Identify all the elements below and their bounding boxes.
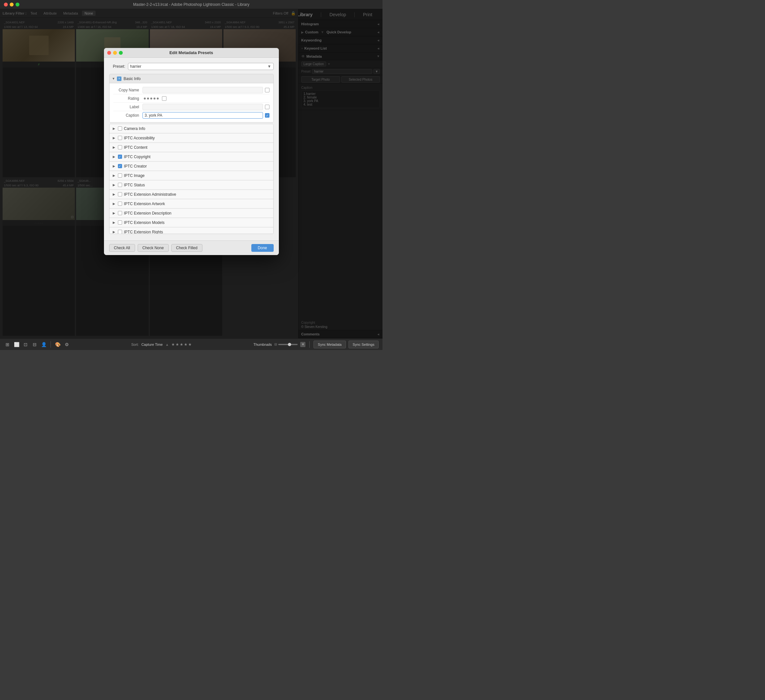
grid-view-btn[interactable]: ⊞ xyxy=(4,341,11,348)
iptc-accessibility-expand-icon: ▶ xyxy=(113,136,116,140)
rating-dot-1 xyxy=(144,98,146,99)
iptc-status-header[interactable]: ▶ IPTC Status xyxy=(109,181,273,189)
iptc-ext-desc-checkbox[interactable] xyxy=(118,211,122,215)
sync-settings-btn[interactable]: Sync Settings xyxy=(348,341,379,348)
sort-value[interactable]: Capture Time xyxy=(141,342,162,347)
modal-title: Edit Metadata Presets xyxy=(169,50,213,55)
caption-input[interactable] xyxy=(143,112,263,118)
rating-dot-2 xyxy=(147,98,149,99)
iptc-content-checkbox[interactable] xyxy=(118,145,122,150)
iptc-image-header[interactable]: ▶ IPTC Image xyxy=(109,171,273,180)
caption-label-form: Caption xyxy=(113,113,143,118)
preset-row: Preset: harrier ▼ xyxy=(109,63,274,70)
slider-track[interactable] xyxy=(278,344,298,345)
rating-dot-5 xyxy=(157,98,159,99)
copy-name-checkbox[interactable] xyxy=(265,88,269,92)
slider-thumb[interactable] xyxy=(288,343,291,346)
rating-checkbox[interactable] xyxy=(162,96,167,101)
iptc-accessibility-title: IPTC Accessibility xyxy=(124,136,155,140)
modal-controls xyxy=(107,51,123,55)
iptc-copyright-expand-icon: ▶ xyxy=(113,155,116,158)
iptc-ext-models-header[interactable]: ▶ IPTC Extension Models xyxy=(109,218,273,227)
sync-metadata-btn[interactable]: Sync Metadata xyxy=(313,341,346,348)
preset-select-value: harrier xyxy=(130,64,268,69)
sort-label: Sort: xyxy=(131,342,139,347)
star-rating: ★★★★★ xyxy=(172,342,192,347)
iptc-accessibility-checkbox[interactable] xyxy=(118,136,122,140)
copy-name-input[interactable] xyxy=(143,87,263,93)
iptc-ext-rights-checkbox[interactable] xyxy=(118,230,122,234)
iptc-content-header[interactable]: ▶ IPTC Content xyxy=(109,143,273,152)
people-view-btn[interactable]: 👤 xyxy=(40,341,47,348)
caption-checkbox[interactable] xyxy=(265,113,269,118)
survey-view-btn[interactable]: ⊟ xyxy=(31,341,38,348)
minimize-button[interactable] xyxy=(10,3,14,6)
iptc-ext-desc-title: IPTC Extension Description xyxy=(124,211,172,216)
filter-btn[interactable]: ⚙ xyxy=(63,341,70,348)
close-button[interactable] xyxy=(4,3,8,6)
iptc-status-checkbox[interactable] xyxy=(118,183,122,187)
maximize-button[interactable] xyxy=(16,3,19,6)
compare-view-btn[interactable]: ⊡ xyxy=(22,341,29,348)
iptc-ext-desc-header[interactable]: ▶ IPTC Extension Description xyxy=(109,209,273,218)
toolbar-divider-1 xyxy=(50,341,51,348)
modal-body: Preset: harrier ▼ ▼ ≡ Basic Info xyxy=(104,58,279,240)
iptc-image-checkbox[interactable] xyxy=(118,173,122,178)
iptc-ext-artwork-section: ▶ IPTC Extension Artwork xyxy=(109,199,273,209)
iptc-ext-admin-checkbox[interactable] xyxy=(118,192,122,196)
iptc-status-expand-icon: ▶ xyxy=(113,183,116,187)
camera-info-title: Camera Info xyxy=(124,126,145,131)
bottom-toolbar: ⊞ ⬜ ⊡ ⊟ 👤 🎨 ⚙ Sort: Capture Time ▲ ★★★★★… xyxy=(0,338,382,350)
iptc-status-section: ▶ IPTC Status xyxy=(109,181,273,190)
modal-close-button[interactable] xyxy=(107,51,111,55)
iptc-ext-models-checkbox[interactable] xyxy=(118,221,122,225)
iptc-ext-artwork-header[interactable]: ▶ IPTC Extension Artwork xyxy=(109,199,273,208)
iptc-creator-header[interactable]: ▶ IPTC Creator xyxy=(109,162,273,171)
window-title: Master-2-2-v13.lrcat - Adobe Photoshop L… xyxy=(133,2,249,7)
toolbar-center: Sort: Capture Time ▲ ★★★★★ xyxy=(131,342,192,347)
label-checkbox[interactable] xyxy=(265,105,269,109)
camera-info-header[interactable]: ▶ Camera Info xyxy=(109,124,273,133)
basic-info-header[interactable]: ▼ ≡ Basic Info xyxy=(109,74,273,83)
iptc-ext-artwork-checkbox[interactable] xyxy=(118,202,122,206)
preset-dropdown-arrow: ▼ xyxy=(268,64,271,69)
camera-info-checkbox[interactable] xyxy=(118,126,122,131)
painter-btn[interactable]: 🎨 xyxy=(54,341,61,348)
rating-row: Rating xyxy=(113,94,269,103)
rating-label: Rating xyxy=(113,96,143,101)
iptc-creator-title: IPTC Creator xyxy=(124,164,147,169)
expand-panel-btn[interactable]: ▼ xyxy=(300,342,305,347)
iptc-ext-admin-section: ▶ IPTC Extension Administrative xyxy=(109,190,273,199)
modal-max-button[interactable] xyxy=(119,51,123,55)
iptc-ext-rights-section: ▶ IPTC Extension Rights xyxy=(109,227,273,234)
iptc-copyright-checkbox[interactable] xyxy=(118,155,122,159)
camera-info-section: ▶ Camera Info xyxy=(109,124,273,134)
iptc-ext-models-section: ▶ IPTC Extension Models xyxy=(109,218,273,227)
iptc-ext-models-expand-icon: ▶ xyxy=(113,221,116,224)
check-filled-button[interactable]: Check Filled xyxy=(172,244,202,252)
iptc-ext-rights-header[interactable]: ▶ IPTC Extension Rights xyxy=(109,227,273,234)
iptc-creator-checkbox[interactable] xyxy=(118,164,122,168)
loupe-view-btn[interactable]: ⬜ xyxy=(13,341,20,348)
iptc-copyright-header[interactable]: ▶ IPTC Copyright xyxy=(109,152,273,161)
rating-dot-4 xyxy=(154,98,156,99)
iptc-ext-admin-header[interactable]: ▶ IPTC Extension Administrative xyxy=(109,190,273,199)
toolbar-right: Thumbnails ⊟ ▼ Sync Metadata Sync Settin… xyxy=(253,341,379,348)
caption-row: Caption xyxy=(113,111,269,120)
iptc-ext-desc-expand-icon: ▶ xyxy=(113,211,116,215)
iptc-content-section: ▶ IPTC Content xyxy=(109,143,273,152)
label-row: Label xyxy=(113,103,269,111)
iptc-content-title: IPTC Content xyxy=(124,145,148,150)
preset-select[interactable]: harrier ▼ xyxy=(128,63,274,70)
check-none-button[interactable]: Check None xyxy=(138,244,169,252)
done-button[interactable]: Done xyxy=(251,244,274,252)
iptc-ext-rights-title: IPTC Extension Rights xyxy=(124,230,163,234)
thumbnail-size-slider[interactable]: ⊟ xyxy=(274,342,298,346)
sort-arrow: ▲ xyxy=(165,342,169,347)
iptc-accessibility-header[interactable]: ▶ IPTC Accessibility xyxy=(109,134,273,143)
iptc-image-expand-icon: ▶ xyxy=(113,174,116,177)
check-all-button[interactable]: Check All xyxy=(109,244,135,252)
edit-metadata-presets-dialog: Edit Metadata Presets Preset: harrier ▼ … xyxy=(104,48,279,255)
label-input[interactable] xyxy=(143,104,263,110)
modal-min-button[interactable] xyxy=(113,51,117,55)
